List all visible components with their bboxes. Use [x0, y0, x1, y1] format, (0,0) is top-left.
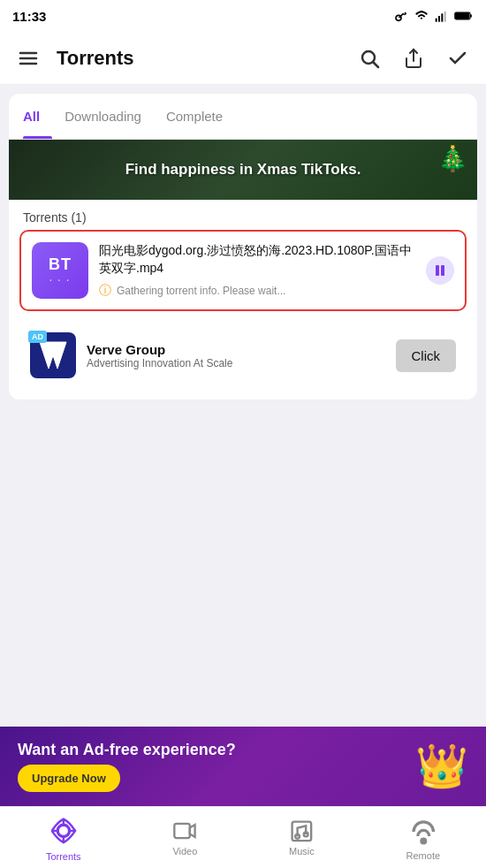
- video-nav-icon: [172, 819, 197, 843]
- wifi-icon: [414, 9, 429, 23]
- svg-rect-6: [456, 13, 469, 19]
- nav-torrents[interactable]: Torrents: [32, 810, 95, 865]
- tab-downloading[interactable]: Downloading: [52, 94, 154, 139]
- svg-marker-15: [40, 342, 66, 369]
- status-icons: [394, 9, 474, 23]
- svg-rect-4: [444, 11, 446, 22]
- torrent-icon: BT · · ·: [32, 242, 88, 299]
- ad-brand-name: Verve Group: [87, 342, 385, 357]
- nav-video[interactable]: Video: [158, 815, 211, 860]
- svg-point-16: [57, 825, 69, 836]
- ad-logo-area: AD: [30, 332, 76, 378]
- verve-logo-icon: [35, 338, 71, 373]
- bottom-ad-banner[interactable]: Want an Ad-free experience? Upgrade Now …: [0, 727, 486, 806]
- check-button[interactable]: [444, 44, 472, 72]
- signal-icon: [435, 9, 449, 23]
- svg-rect-1: [436, 19, 437, 22]
- svg-rect-3: [441, 13, 443, 21]
- status-time: 11:33: [12, 9, 46, 24]
- ad-banner-decoration: 🎄: [437, 144, 468, 173]
- torrent-pause-button[interactable]: [426, 256, 454, 285]
- nav-torrents-label: Torrents: [46, 851, 81, 862]
- app-title: Torrents: [57, 47, 346, 70]
- app-bar: Torrents: [0, 32, 486, 85]
- bottom-ad-text: Want an Ad-free experience? Upgrade Now: [18, 741, 468, 792]
- svg-point-22: [421, 839, 425, 843]
- torrents-nav-icon: [46, 813, 81, 849]
- section-label: Torrents (1): [9, 200, 477, 230]
- tabs-container: All Downloading Complete: [9, 94, 477, 140]
- svg-rect-13: [436, 265, 439, 276]
- upgrade-button[interactable]: Upgrade Now: [18, 765, 120, 792]
- nav-music-label: Music: [289, 846, 315, 857]
- torrent-name: 阳光电影dygod.org.涉过愤怒的海.2023.HD.1080P.国语中英双…: [99, 242, 415, 277]
- svg-rect-17: [175, 824, 190, 838]
- nav-video-label: Video: [172, 846, 197, 857]
- key-icon: [394, 9, 408, 23]
- torrent-item[interactable]: BT · · · 阳光电影dygod.org.涉过愤怒的海.2023.HD.10…: [19, 230, 467, 311]
- torrent-info: 阳光电影dygod.org.涉过愤怒的海.2023.HD.1080P.国语中英双…: [99, 242, 415, 298]
- bottom-nav: Torrents Video Music Remote: [0, 806, 486, 868]
- search-button[interactable]: [355, 44, 383, 72]
- torrent-status-text: Gathering torrent info. Please wait...: [117, 285, 285, 297]
- nav-music[interactable]: Music: [275, 815, 329, 861]
- status-bar: 11:33: [0, 0, 486, 32]
- remote-nav-icon: [406, 814, 441, 849]
- torrent-info-icon: ⓘ: [99, 283, 111, 299]
- ad-tagline: Advertising Innovation At Scale: [87, 357, 385, 369]
- tab-complete[interactable]: Complete: [154, 94, 235, 139]
- ad-row: AD Verve Group Advertising Innovation At…: [19, 322, 467, 389]
- ad-click-button[interactable]: Click: [396, 339, 457, 372]
- torrent-status: ⓘ Gathering torrent info. Please wait...: [99, 283, 415, 299]
- menu-button[interactable]: [14, 44, 42, 72]
- ad-text: Verve Group Advertising Innovation At Sc…: [87, 342, 385, 369]
- svg-line-11: [374, 62, 379, 67]
- tab-all[interactable]: All: [23, 94, 52, 139]
- svg-rect-14: [441, 265, 444, 276]
- music-nav-icon: [289, 819, 315, 844]
- ad-badge: AD: [28, 331, 47, 343]
- xmas-ad-banner[interactable]: Find happiness in Xmas TikToks. 🎄: [9, 140, 477, 200]
- ad-banner-text: Find happiness in Xmas TikToks.: [125, 161, 361, 179]
- nav-remote-label: Remote: [406, 850, 441, 861]
- ad-container: AD Verve Group Advertising Innovation At…: [19, 322, 467, 389]
- battery-icon: [454, 10, 474, 22]
- nav-remote[interactable]: Remote: [392, 811, 455, 865]
- share-button[interactable]: [399, 44, 428, 72]
- main-card: All Downloading Complete Find happiness …: [9, 94, 477, 400]
- bottom-ad-title: Want an Ad-free experience?: [18, 741, 468, 759]
- crown-icon: 👑: [415, 742, 468, 791]
- svg-marker-18: [190, 825, 195, 837]
- svg-rect-2: [438, 16, 440, 22]
- torrent-dots: · · ·: [49, 276, 71, 286]
- app-bar-actions: [355, 44, 472, 72]
- bt-label: BT: [49, 255, 72, 274]
